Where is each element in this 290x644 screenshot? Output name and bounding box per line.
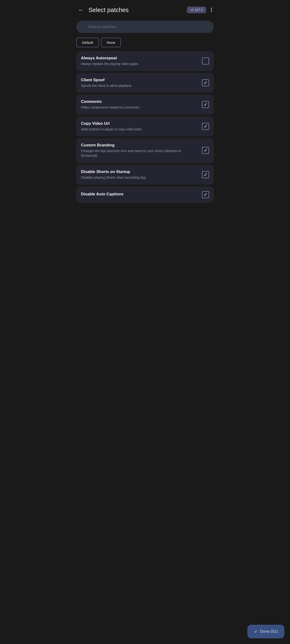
more-options-button[interactable] [209, 6, 214, 14]
checkmark-icon: ✓ [204, 124, 208, 129]
checkmark-icon: ✓ [204, 172, 208, 177]
version-badge[interactable]: v2.187.0 [187, 6, 206, 13]
patch-checkbox[interactable]: ✓ [202, 171, 209, 178]
patch-checkbox[interactable] [202, 58, 209, 64]
patch-description: Disables playing Shorts when launching A… [81, 175, 198, 180]
patch-item[interactable]: Client SpoofSpoofs the client to allow p… [76, 73, 214, 93]
checkmark-icon: ✓ [204, 80, 208, 85]
patch-info: CommentsHides components related to comm… [81, 99, 202, 110]
patches-list: Always AutorepeatAlways repeats the play… [72, 51, 218, 231]
patch-info: Copy Video UrlAdds buttons in player to … [81, 121, 202, 132]
patch-item[interactable]: Custom BrandingChanges the App launcher … [76, 138, 214, 163]
patch-info: Always AutorepeatAlways repeats the play… [81, 56, 202, 66]
patch-item[interactable]: Always AutorepeatAlways repeats the play… [76, 51, 214, 71]
patch-info: Custom BrandingChanges the App launcher … [81, 143, 202, 158]
patch-description: Adds buttons in player to copy video lin… [81, 127, 198, 132]
patch-checkbox[interactable]: ✓ [202, 191, 209, 198]
back-arrow-icon: ← [78, 6, 84, 13]
patch-description: Changes the App launcher icon and name t… [81, 149, 198, 158]
search-container: 🔍 [76, 21, 214, 33]
patch-info: Client SpoofSpoofs the client to allow p… [81, 78, 202, 88]
default-filter-button[interactable]: Default [76, 38, 99, 47]
more-dot-icon [211, 10, 212, 10]
checkmark-icon: ✓ [204, 102, 208, 107]
patch-name: Disable Auto Captions [81, 192, 198, 196]
checkmark-icon: ✓ [204, 148, 208, 153]
patch-info: Disable Auto Captions [81, 192, 202, 198]
filter-buttons: Default None [72, 37, 218, 51]
patch-description: Always repeats the playing video again. [81, 62, 198, 66]
patch-name: Custom Branding [81, 143, 198, 148]
search-wrapper: 🔍 [76, 21, 214, 33]
none-filter-button[interactable]: None [101, 38, 121, 47]
patch-name: Always Autorepeat [81, 56, 198, 60]
patch-name: Client Spoof [81, 78, 198, 82]
more-dot-icon [211, 8, 212, 9]
patch-name: Disable Shorts on Startup [81, 170, 198, 174]
back-button[interactable]: ← [76, 5, 86, 15]
patch-checkbox[interactable]: ✓ [202, 101, 209, 108]
patch-checkbox[interactable]: ✓ [202, 147, 209, 154]
patch-name: Copy Video Url [81, 121, 198, 126]
patch-description: Hides components related to comments. [81, 105, 198, 110]
more-dot-icon [211, 11, 212, 12]
patch-name: Comments [81, 99, 198, 104]
patch-item[interactable]: CommentsHides components related to comm… [76, 94, 214, 115]
patch-item[interactable]: Disable Shorts on StartupDisables playin… [76, 165, 214, 185]
header: ← Select patches v2.187.0 [72, 0, 218, 19]
checkmark-icon: ✓ [204, 192, 208, 197]
patch-checkbox[interactable]: ✓ [202, 79, 209, 86]
patch-info: Disable Shorts on StartupDisables playin… [81, 170, 202, 180]
page-title: Select patches [88, 6, 184, 14]
patch-item[interactable]: Disable Auto Captions✓ [76, 186, 214, 203]
patch-item[interactable]: Copy Video UrlAdds buttons in player to … [76, 116, 214, 136]
patch-description: Spoofs the client to allow playback. [81, 84, 198, 88]
search-input[interactable] [76, 21, 214, 33]
patch-checkbox[interactable]: ✓ [202, 123, 209, 130]
